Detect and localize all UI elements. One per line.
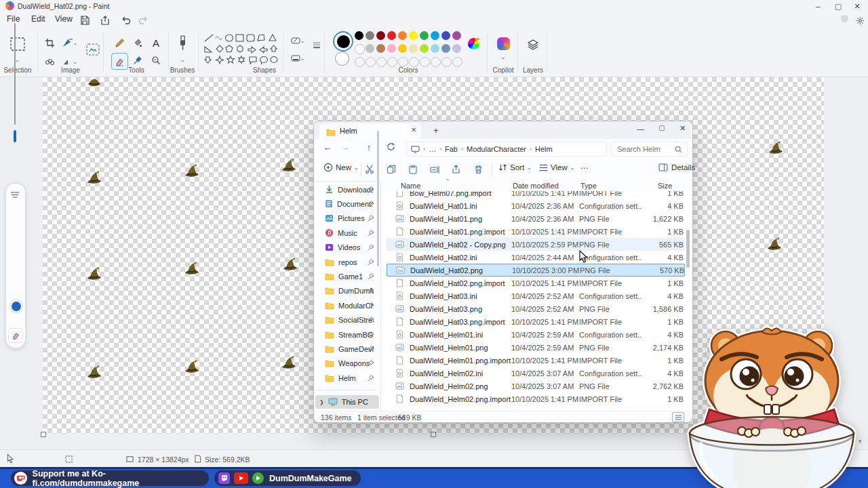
palette-empty-slot[interactable] — [355, 57, 365, 67]
sidebar-item-videos[interactable]: Videos — [317, 241, 376, 255]
copy-icon[interactable] — [384, 163, 398, 176]
palette-color[interactable] — [420, 31, 429, 40]
palette-color[interactable] — [355, 31, 363, 40]
color-palette[interactable] — [355, 31, 463, 70]
file-row-DualWield_Hat03.png[interactable]: DualWield_Hat03.png 10/4/2025 2:52 AM PN… — [387, 302, 685, 315]
file-row-DualWield_Hat02.png.import[interactable]: DualWield_Hat02.png.import 10/10/2025 1:… — [387, 277, 685, 289]
save-icon[interactable] — [78, 14, 92, 27]
palette-color[interactable] — [441, 44, 450, 53]
copilot-icon[interactable] — [497, 37, 510, 50]
sidebar-scrollbar[interactable] — [377, 131, 379, 266]
canvas-resize-handle[interactable] — [431, 432, 436, 437]
sidebar-item-this-pc[interactable]: ❯ This PC — [315, 395, 379, 409]
resize-icon[interactable]: ⌄ — [60, 35, 80, 50]
shapes-gallery[interactable] — [202, 32, 278, 66]
palette-color[interactable] — [376, 31, 385, 40]
palette-color[interactable] — [420, 44, 429, 53]
palette-color[interactable] — [398, 31, 407, 40]
size-slider-track[interactable] — [14, 23, 16, 125]
menu-edit[interactable]: Edit — [30, 14, 47, 24]
file-row-DualWield_Hat02.png[interactable]: DualWield_Hat02.png 10/10/2025 3:00 PM P… — [387, 264, 685, 277]
sidebar-item-game1[interactable]: Game1 — [317, 269, 376, 283]
channel-pill[interactable]: DumDumMakeGame — [214, 470, 361, 486]
palette-empty-slot[interactable] — [420, 57, 430, 67]
breadcrumb-item-fab[interactable]: Fab — [445, 145, 458, 153]
new-button[interactable]: New⌄ — [323, 163, 359, 172]
redo-icon[interactable] — [136, 14, 150, 27]
file-row-DualWield_Hat02.ini[interactable]: DualWield_Hat02.ini 10/4/2025 2:44 AM Co… — [387, 251, 685, 264]
more-options-button[interactable]: … — [580, 161, 589, 171]
column-type[interactable]: Type — [580, 182, 597, 190]
breadcrumb-overflow[interactable]: … — [429, 145, 436, 153]
palette-color[interactable] — [409, 44, 418, 53]
chevron-down-icon[interactable]: ⌄ — [15, 57, 20, 63]
palette-color[interactable] — [398, 44, 407, 53]
nav-up-icon[interactable]: ↑ — [362, 142, 376, 152]
eraser-small-icon[interactable] — [8, 328, 23, 343]
file-row-DualWield_Hat01.png.import[interactable]: DualWield_Hat01.png.import 10/10/2025 1:… — [387, 225, 685, 238]
palette-empty-slot[interactable] — [376, 57, 387, 67]
share-file-icon[interactable] — [450, 163, 463, 176]
sidebar-item-modularcha[interactable]: ModularCha — [317, 298, 376, 312]
kofi-pill[interactable]: Support me at Ko-fi.com/dumdummakegame — [11, 470, 209, 486]
palette-color[interactable] — [452, 44, 461, 53]
column-name[interactable]: Name — [401, 182, 420, 190]
file-row-DualWield_Hat03.png.import[interactable]: DualWield_Hat03.png.import 10/10/2025 1:… — [387, 315, 685, 328]
breadcrumb-item-helm[interactable]: Helm — [535, 145, 553, 153]
search-input[interactable]: Search Helm — [611, 142, 688, 157]
column-size[interactable]: Size — [658, 182, 672, 190]
palette-color[interactable] — [387, 44, 396, 53]
explorer-minimize-button[interactable]: — — [637, 125, 644, 133]
account-avatar[interactable] — [841, 15, 848, 22]
column-date-modified[interactable]: Date modified — [513, 182, 559, 190]
sidebar-item-documents[interactable]: Documents — [317, 197, 376, 211]
paint-close-button[interactable]: ✕ — [848, 0, 867, 12]
canvas-resize-handle[interactable] — [41, 432, 46, 437]
menu-file[interactable]: File — [5, 14, 21, 24]
file-row-DualWield_Hat02 - Copy.png[interactable]: DualWield_Hat02 - Copy.png 10/10/2025 2:… — [387, 238, 685, 251]
undo-icon[interactable] — [119, 14, 132, 27]
palette-empty-slot[interactable] — [441, 57, 452, 67]
nav-refresh-icon[interactable] — [384, 142, 397, 153]
palette-empty-slot[interactable] — [398, 57, 408, 67]
sidebar-item-streambgm[interactable]: StreamBGM — [317, 327, 376, 342]
sidebar-item-helm[interactable]: Helm — [317, 371, 376, 385]
palette-color[interactable] — [452, 31, 461, 40]
sidebar-item-music[interactable]: Music — [317, 226, 376, 240]
settings-gear-icon[interactable] — [853, 14, 867, 27]
file-row-DualWield_Helm02.png.import[interactable]: DualWield_Helm02.png.import 10/10/2025 1… — [387, 392, 685, 405]
delete-icon[interactable] — [471, 163, 485, 176]
file-row-DualWield_Helm01.png[interactable]: DualWield_Helm01.png 10/4/2025 2:59 AM P… — [387, 341, 685, 354]
paste-icon[interactable] — [406, 163, 420, 176]
ai-image-icon[interactable] — [84, 41, 102, 58]
foreground-color-swatch[interactable] — [333, 31, 353, 52]
view-button[interactable]: View⌄ — [539, 163, 574, 171]
text-tool-icon[interactable]: A — [149, 35, 163, 50]
shape-outline-icon[interactable]: ⌄ — [288, 35, 308, 47]
magnifier-tool-icon[interactable] — [149, 53, 163, 68]
palette-color[interactable] — [376, 44, 385, 53]
breadcrumb-item-modularcharacter[interactable]: ModularCharacter — [467, 145, 526, 153]
file-row-DualWield_Hat01.ini[interactable]: DualWield_Hat01.ini 10/4/2025 2:36 AM Co… — [387, 199, 685, 212]
fill-tool-icon[interactable] — [130, 35, 145, 50]
sidebar-item-repos[interactable]: repos — [317, 255, 376, 269]
palette-color[interactable] — [409, 31, 418, 40]
nav-back-icon[interactable]: ← — [321, 142, 334, 152]
file-row-DualWield_Helm01.ini[interactable]: DualWield_Helm01.ini 10/4/2025 2:59 AM C… — [387, 328, 685, 341]
pencil-tool-icon[interactable] — [112, 35, 127, 50]
palette-color[interactable] — [441, 31, 450, 40]
share-icon[interactable] — [98, 14, 112, 27]
file-row-DualWield_Helm02.png[interactable]: DualWield_Helm02.png 10/4/2025 3:07 AM P… — [387, 380, 685, 392]
sort-button[interactable]: Sort⌄ — [498, 163, 532, 171]
layers-icon[interactable] — [526, 37, 540, 52]
file-row-DualWield_Helm02.ini[interactable]: DualWield_Helm02.ini 10/4/2025 3:07 AM C… — [387, 367, 685, 380]
palette-color[interactable] — [431, 44, 439, 53]
palette-color[interactable] — [366, 31, 374, 40]
sidebar-item-downloads[interactable]: Downloads — [317, 182, 376, 197]
sidebar-item-pictures[interactable]: Pictures — [317, 211, 376, 226]
background-color-swatch[interactable] — [335, 52, 349, 66]
chevron-down-icon[interactable]: ⌄ — [501, 54, 506, 60]
details-button[interactable]: Details — [658, 163, 695, 171]
file-list-scrollbar[interactable] — [686, 230, 690, 268]
paint-minimize-button[interactable]: – — [808, 0, 827, 12]
